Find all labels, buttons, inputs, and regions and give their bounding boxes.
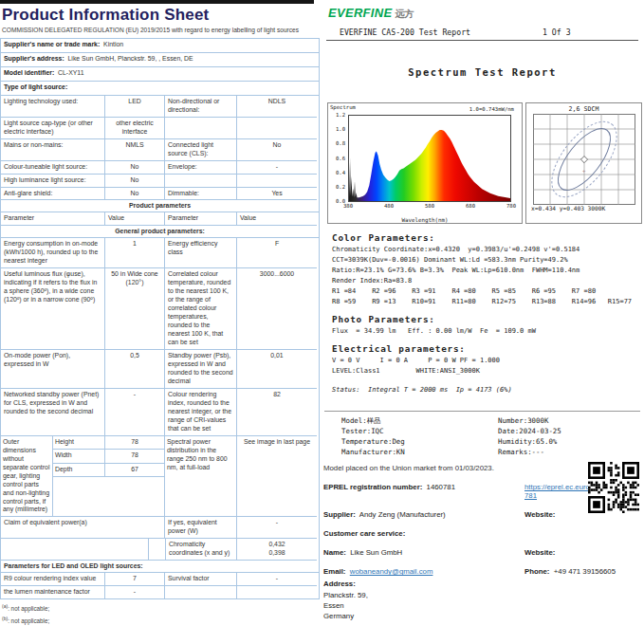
qr-code	[588, 462, 639, 513]
cell-label: On-mode power (Pon), expressed in W	[1, 350, 105, 389]
table-row: Light source cap-type (or other electric…	[1, 118, 319, 139]
table-row: Lighting technology used: LED Non-direct…	[1, 96, 319, 118]
cell-label: If yes, equivalent power (W)	[165, 517, 237, 539]
y-tick: 1.0	[330, 126, 345, 132]
supplier-label-value: Supplier: Andy Zeng (Manufacturer)	[323, 510, 524, 519]
customer-care-heading: Customer care service:	[323, 529, 405, 538]
manufacturer-field: Manufacturer:KN	[341, 447, 498, 457]
cri-values-line: R1 =84 R2 =96 R3 =91 R4 =80 R5 =85 R6 =9…	[332, 287, 644, 295]
table-row: the lumen maintenance factor -	[1, 586, 319, 598]
x-tick: 680	[461, 203, 480, 209]
supplier-name-value: Kintion	[103, 41, 123, 47]
address-label: Address:	[323, 580, 356, 588]
color-param-line: CCT=3039K(Duv=-0.0016) Dominant WL:Ld =5…	[332, 256, 644, 264]
eprel-label-value: EPREL registration number: 1460781	[323, 483, 524, 500]
report-title: Spectrum Test Report	[321, 66, 644, 78]
cell-label: R9 colour rendering index value	[1, 573, 105, 586]
cell-label: Dimmable:	[165, 188, 237, 201]
everfine-test-report: EVERFINE 远方 EVERFINE CAS-200 Test Report…	[321, 0, 644, 644]
x-tick: 780	[502, 203, 521, 209]
cell-label: Colour-tuneable light source:	[1, 161, 105, 175]
type-label: Type of light source:	[4, 83, 67, 90]
care-email-row: Email: wobaneandy@gmail.com Phone: +49 4…	[323, 567, 644, 576]
cell-value: NMLS	[105, 139, 165, 161]
spectrum-plot	[348, 115, 511, 202]
cell-label: Claim of equivalent power(a)	[1, 517, 165, 539]
address-line: Essen	[323, 600, 644, 611]
care-name-row: Name: Like Sun GmbH Website:	[323, 548, 644, 557]
y-tick: 0.6	[330, 156, 345, 161]
cell-value: -	[237, 517, 317, 539]
table-row: Mains or non-mains: NMLS Connected light…	[1, 139, 319, 161]
cell-label: Chromaticity coordinates (x and y)	[165, 539, 237, 561]
date-field: Date:2024-03-25	[498, 426, 644, 436]
footnote-b: (b): not applicable;	[2, 615, 319, 627]
table-row: Chromaticity coordinates (x and y) 0,432…	[1, 539, 319, 561]
address-block: Address: Planckstr. 59, Essen Germany	[323, 579, 644, 621]
divider	[148, 539, 149, 560]
table-row: Useful luminous flux (φuse), indicating …	[1, 268, 319, 350]
name-value: Like Sun GmbH	[350, 548, 402, 557]
email-label: Email:	[323, 567, 345, 576]
supplier-label: Supplier:	[323, 510, 356, 519]
temperature-field: Temperature:Deg	[341, 436, 498, 447]
cell-label: Anti-glare shield:	[1, 188, 105, 201]
dimension-height-value: 78	[105, 436, 165, 450]
chromaticity-y: 0,398	[240, 549, 314, 558]
supplier-address-label: Supplier's address:	[4, 55, 64, 62]
care-email-wrap: Email: wobaneandy@gmail.com	[323, 567, 524, 576]
section-header-led-oled: Parameters for LED and OLED light source…	[1, 561, 319, 573]
cell-value: 50 in Wide cone (120°)	[105, 268, 165, 350]
cell-label: Useful luminous flux (φuse), indicating …	[1, 268, 105, 350]
model-field: Model:样品	[341, 415, 498, 426]
chromaticity-point-marker	[580, 156, 587, 163]
divider	[324, 411, 640, 412]
customer-care-heading-row: Customer care service:	[323, 529, 644, 538]
dimension-width-label: Width	[53, 450, 105, 463]
cell-value: F	[237, 238, 317, 268]
type-of-light-source-row: Type of light source:	[1, 82, 319, 96]
cell-value: 0,01	[237, 350, 317, 389]
sample-info-block: Model:样品 Number:3000K Tester:IQC Date:20…	[341, 415, 644, 457]
color-param-line: Ratio:R=23.1% G=73.6% B=3.3% Peak WL:Lp=…	[332, 267, 644, 274]
cell-label: Correlated colour temperature, rounded t…	[165, 268, 237, 350]
x-tick: 580	[420, 203, 439, 209]
table-row: Colour-tuneable light source: No Envelop…	[1, 161, 319, 175]
cell-label: Survival factor	[165, 573, 237, 586]
care-phone-wrap: Phone: +49 471 39156605	[524, 567, 644, 576]
cell-value: LED	[105, 96, 165, 118]
cell-value	[237, 175, 317, 188]
care-name-wrap: Name: Like Sun GmbH	[323, 548, 524, 557]
photo-parameters-heading: Photo Parameters:	[332, 314, 644, 324]
table-row: High luminance light source: No	[1, 175, 319, 188]
page: Product Information Sheet COMMISSION DEL…	[0, 0, 644, 644]
footnote-b-text: : not applicable;	[8, 617, 49, 624]
cell-label: Colour rendering index, rounded to the n…	[165, 389, 237, 436]
dimension-height-label: Height	[53, 436, 105, 450]
chromaticity-x: 0,432	[240, 541, 314, 549]
cell-value: NDLS	[237, 96, 317, 118]
y-tick: 0.4	[330, 170, 345, 175]
color-parameters-heading: Color Parameters:	[332, 232, 644, 243]
photo-param-line: Flux = 34.99 lm Eff. : 0.00 lm/W Fe = 10…	[332, 327, 644, 335]
phone-value: +49 471 39156605	[554, 567, 616, 576]
cell-label: Networked standby power (Pnet) for CLS, …	[1, 389, 105, 436]
supplier-address-row: Supplier's address: Like Sun GmbH, Planc…	[1, 53, 319, 67]
eprel-number: 1460781	[427, 483, 455, 491]
cell-value: -	[105, 586, 165, 598]
table-row: Energy consumption in on-mode (kWh/1000 …	[1, 238, 319, 268]
email-link[interactable]: wobaneandy@gmail.com	[350, 567, 433, 576]
website-label: Website:	[524, 548, 555, 557]
cell-value	[237, 586, 317, 598]
cell-value: 1	[105, 238, 165, 268]
empty-cell	[1, 539, 165, 561]
cell-label	[165, 175, 237, 188]
electrical-line: V = 0 V I = 0 A P = 0 W PF = 1.000	[332, 357, 644, 364]
product-information-sheet: Product Information Sheet COMMISSION DEL…	[0, 0, 321, 644]
x-tick: 380	[339, 203, 358, 209]
cell-value: See image in last page	[237, 436, 317, 518]
cell-value: -	[105, 389, 165, 436]
website-label: Website:	[524, 510, 555, 519]
cell-value: 7	[105, 573, 165, 586]
cell-label: Mains or non-mains:	[1, 139, 105, 161]
